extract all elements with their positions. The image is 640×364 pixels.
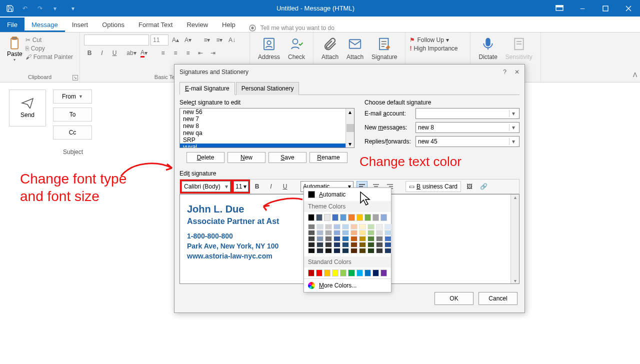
color-swatch[interactable] <box>325 230 332 236</box>
redo-icon[interactable]: ↷ <box>35 4 45 14</box>
tab-help[interactable]: Help <box>215 18 242 32</box>
color-swatch[interactable] <box>372 214 379 221</box>
color-swatch[interactable] <box>384 248 392 254</box>
from-button[interactable]: From▼ <box>53 90 92 104</box>
color-swatch[interactable] <box>372 270 379 276</box>
color-swatch[interactable] <box>324 214 330 221</box>
sig-italic-icon[interactable]: I <box>266 181 276 192</box>
maximize-icon[interactable] <box>594 0 617 16</box>
color-swatch[interactable] <box>332 214 338 221</box>
tab-email-signature[interactable]: E-mail Signature <box>180 82 235 95</box>
color-swatch[interactable] <box>350 230 358 236</box>
close-icon[interactable] <box>617 0 640 16</box>
signature-button[interactable]: Signature <box>368 34 401 62</box>
color-swatch[interactable] <box>316 270 322 276</box>
color-swatch[interactable] <box>340 214 346 221</box>
color-swatch[interactable] <box>368 242 374 248</box>
color-swatch[interactable] <box>350 242 358 248</box>
color-swatch[interactable] <box>368 224 374 230</box>
insert-link-icon[interactable]: 🔗 <box>478 181 489 192</box>
color-swatch[interactable] <box>384 230 392 236</box>
send-button[interactable]: Send <box>9 90 46 126</box>
color-swatch[interactable] <box>342 230 349 236</box>
list-item-selected[interactable]: yuval <box>180 144 354 148</box>
business-card-button[interactable]: ▭Business Card <box>406 181 461 192</box>
sig-bold-icon[interactable]: B <box>252 181 262 192</box>
tab-format-text[interactable]: Format Text <box>132 18 180 32</box>
color-swatch[interactable] <box>348 214 354 221</box>
tab-message[interactable]: Message <box>24 18 65 32</box>
color-swatch[interactable] <box>350 248 358 254</box>
color-swatch[interactable] <box>324 270 330 276</box>
underline-icon[interactable]: U <box>109 48 120 58</box>
help-icon[interactable]: ? <box>503 68 506 76</box>
clipboard-launcher[interactable]: ↘ <box>72 75 78 80</box>
follow-up-button[interactable]: ⚑Follow Up ▾ <box>410 36 466 44</box>
list-item[interactable]: new 56 <box>180 108 354 116</box>
color-swatch[interactable] <box>325 248 332 254</box>
list-item[interactable]: new qa <box>180 130 354 136</box>
copy-button[interactable]: ⎘Copy <box>26 45 73 52</box>
new-messages-select[interactable]: new 8▾ <box>416 122 520 133</box>
color-swatch[interactable] <box>359 248 366 254</box>
color-swatch[interactable] <box>316 248 324 254</box>
numbering-icon[interactable]: ≡▾ <box>214 34 225 46</box>
color-swatch[interactable] <box>342 236 349 242</box>
color-swatch[interactable] <box>308 236 315 242</box>
undo-icon[interactable]: ↶ <box>20 4 30 14</box>
tell-me-search[interactable]: Tell me what you want to do <box>248 24 334 32</box>
cancel-button[interactable]: Cancel <box>478 292 518 305</box>
tab-options[interactable]: Options <box>95 18 132 32</box>
address-book-button[interactable]: Address <box>254 34 284 62</box>
color-swatch[interactable] <box>334 236 340 242</box>
align-right-icon[interactable]: ≡ <box>182 48 194 58</box>
bullets-icon[interactable]: ≡▾ <box>202 34 212 46</box>
dialog-close-icon[interactable]: ✕ <box>514 68 520 76</box>
collapse-ribbon-icon[interactable]: ᐱ <box>633 72 637 78</box>
sort-icon[interactable]: A↓ <box>226 34 238 46</box>
color-swatch[interactable] <box>332 270 338 276</box>
rename-button[interactable]: Rename <box>310 152 348 163</box>
save-button[interactable]: Save <box>268 152 306 163</box>
color-swatch[interactable] <box>359 236 366 242</box>
color-swatch[interactable] <box>380 214 387 221</box>
color-swatch[interactable] <box>342 248 349 254</box>
color-swatch[interactable] <box>384 224 392 230</box>
color-swatch[interactable] <box>308 224 315 230</box>
attach-item-button[interactable]: Attach <box>342 34 368 62</box>
insert-picture-icon[interactable]: 🖼 <box>464 181 475 192</box>
color-swatch[interactable] <box>334 248 340 254</box>
highlight-icon[interactable]: ab▾ <box>126 48 137 58</box>
list-item[interactable]: new 8 <box>180 122 354 130</box>
more-colors[interactable]: More Colors... <box>304 278 391 292</box>
color-swatch[interactable] <box>376 224 383 230</box>
font-size-select[interactable] <box>150 34 168 46</box>
color-swatch[interactable] <box>316 230 324 236</box>
color-automatic[interactable]: Automatic <box>304 188 391 201</box>
italic-icon[interactable]: I <box>96 48 108 58</box>
color-swatch[interactable] <box>368 236 374 242</box>
color-swatch[interactable] <box>356 214 363 221</box>
color-swatch[interactable] <box>316 236 324 242</box>
list-item[interactable]: SRP <box>180 136 354 144</box>
color-swatch[interactable] <box>364 270 371 276</box>
color-swatch[interactable] <box>348 270 354 276</box>
tab-insert[interactable]: Insert <box>65 18 96 32</box>
indent-inc-icon[interactable]: ⇥ <box>208 48 218 58</box>
color-swatch[interactable] <box>376 236 383 242</box>
tab-personal-stationery[interactable]: Personal Stationery <box>236 82 300 95</box>
grow-font-icon[interactable]: A▴ <box>170 34 181 46</box>
align-left-icon[interactable]: ≡ <box>158 48 168 58</box>
indent-dec-icon[interactable]: ⇤ <box>195 48 206 58</box>
color-swatch[interactable] <box>364 214 371 221</box>
save-icon[interactable] <box>5 4 15 14</box>
scrollbar[interactable]: ▴▾ <box>346 108 354 148</box>
color-swatch[interactable] <box>342 224 349 230</box>
color-swatch[interactable] <box>334 230 340 236</box>
color-swatch[interactable] <box>368 248 374 254</box>
color-swatch[interactable] <box>308 248 315 254</box>
color-swatch[interactable] <box>316 242 324 248</box>
color-swatch[interactable] <box>384 242 392 248</box>
color-swatch[interactable] <box>342 242 349 248</box>
format-painter-button[interactable]: 🖌Format Painter <box>26 54 73 60</box>
